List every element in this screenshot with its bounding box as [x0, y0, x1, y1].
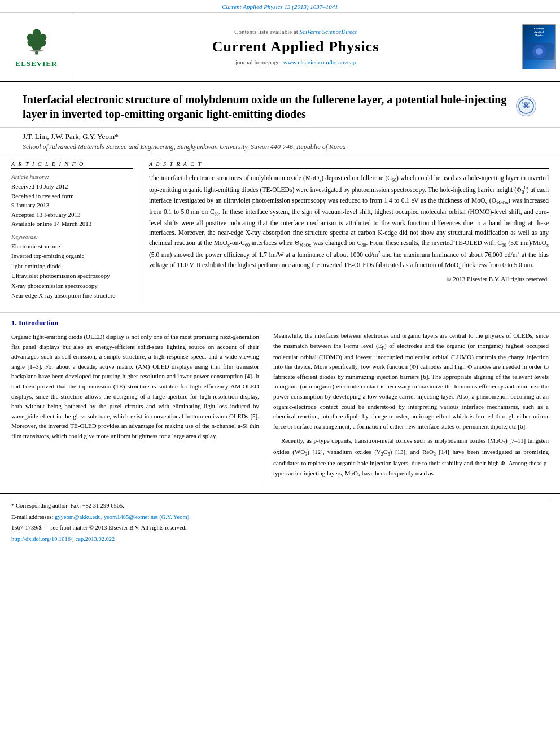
sciverse-line: Contents lists available at SciVerse Sci… — [234, 28, 357, 35]
introduction-heading: 1. Introduction — [11, 318, 259, 327]
keyword-6: Near-edge X-ray absorption fine structur… — [11, 291, 133, 301]
abstract-column: A B S T R A C T The interfacial electron… — [149, 161, 549, 305]
authors-line: J.T. Lim, J.W. Park, G.Y. Yeom* — [23, 132, 537, 141]
affiliation-line: School of Advanced Materials Science and… — [23, 143, 537, 151]
sciverse-link[interactable]: SciVerse ScienceDirect — [300, 28, 357, 35]
journal-cover-area: CurrentAppliedPhysics — [518, 13, 560, 81]
journal-citation-text: Current Applied Physics 13 (2013) 1037–1… — [222, 3, 338, 10]
elsevier-logo: ELSEVIER — [16, 26, 58, 68]
svg-point-11 — [536, 48, 542, 55]
svg-text:Cross: Cross — [522, 101, 531, 104]
article-info-label: A R T I C L E I N F O — [11, 161, 133, 169]
elsevier-tree-icon — [20, 26, 54, 57]
journal-cover-image: CurrentAppliedPhysics — [522, 24, 556, 69]
email-note: E-mail addresses: gyyeom@akku.edu, yeom1… — [11, 513, 549, 522]
keyword-3: light-emitting diode — [11, 261, 133, 272]
received-revised-label: Received in revised form — [11, 191, 133, 201]
copyright-line: © 2013 Elsevier B.V. All rights reserved… — [149, 274, 549, 284]
history-label: Article history: — [11, 173, 133, 180]
body-right-para-2: Recently, as p-type dopants, transition-… — [273, 436, 549, 480]
journal-header: ELSEVIER Contents lists available at Sci… — [0, 13, 560, 82]
doi-link[interactable]: http://dx.doi.org/10.1016/j.cap.2013.02.… — [11, 536, 115, 542]
issn-text: 1567-1739/$ — see front matter © 2013 El… — [11, 525, 186, 531]
abstract-text: The interfacial electronic structures of… — [149, 173, 549, 284]
accepted-date: Accepted 13 February 2013 — [11, 210, 133, 220]
body-left-column: 1. Introduction Organic light-emitting d… — [11, 313, 265, 484]
svg-point-7 — [32, 29, 41, 37]
abstract-label: A B S T R A C T — [149, 161, 549, 169]
body-right-text: Meanwhile, the interfaces between electr… — [273, 331, 549, 480]
cover-graphic — [523, 37, 555, 67]
introduction-body: Organic light-emitting diode (OLED) disp… — [11, 332, 259, 442]
keyword-4: Ultraviolet photoemission spectroscopy — [11, 271, 133, 281]
article-title-section: Interfacial electronic structure of moly… — [0, 82, 560, 128]
article-info-column: A R T I C L E I N F O Article history: R… — [11, 161, 141, 305]
elsevier-brand-text: ELSEVIER — [16, 59, 58, 68]
homepage-url[interactable]: www.elsevier.com/locate/cap — [283, 59, 356, 65]
article-history: Article history: Received 10 July 2012 R… — [11, 173, 133, 229]
article-title: Interfacial electronic structure of moly… — [23, 92, 509, 121]
keyword-2: Inverted top-emitting organic — [11, 251, 133, 261]
journal-title-area: Contents lists available at SciVerse Sci… — [73, 13, 518, 81]
body-section: 1. Introduction Organic light-emitting d… — [0, 312, 560, 493]
keywords-group: Keywords: Electronic structure Inverted … — [11, 233, 133, 302]
crossmark-icon: ✕ Cross Mark — [516, 96, 536, 116]
keywords-list: Electronic structure Inverted top-emitti… — [11, 242, 133, 302]
keyword-1: Electronic structure — [11, 242, 133, 252]
keywords-label: Keywords: — [11, 233, 133, 240]
elsevier-logo-area: ELSEVIER — [0, 13, 73, 81]
journal-title-main: Current Applied Physics — [212, 38, 379, 55]
intro-para-1: Organic light-emitting diode (OLED) disp… — [11, 332, 259, 442]
available-online: Available online 14 March 2013 — [11, 219, 133, 229]
journal-top-citation: Current Applied Physics 13 (2013) 1037–1… — [0, 0, 560, 13]
cover-title: CurrentAppliedPhysics — [534, 27, 544, 37]
corresponding-author-note: * Corresponding author. Fax: +82 31 299 … — [11, 501, 549, 510]
authors-section: J.T. Lim, J.W. Park, G.Y. Yeom* School o… — [0, 128, 560, 154]
keyword-5: X-ray photoemission spectroscopy — [11, 281, 133, 291]
corresponding-label: * Corresponding author. Fax: +82 31 299 … — [11, 503, 124, 509]
crossmark-svg: ✕ Cross Mark — [518, 98, 534, 114]
body-right-column: Meanwhile, the interfaces between electr… — [273, 313, 549, 484]
article-info-abstract-section: A R T I C L E I N F O Article history: R… — [0, 154, 560, 312]
email-label-text: E-mail addresses: — [11, 514, 53, 520]
footer-section: * Corresponding author. Fax: +82 31 299 … — [0, 493, 560, 549]
homepage-line: journal homepage: www.elsevier.com/locat… — [235, 59, 356, 65]
crossmark-badge[interactable]: ✕ Cross Mark — [515, 95, 537, 117]
issn-line: 1567-1739/$ — see front matter © 2013 El… — [11, 523, 549, 532]
svg-text:Mark: Mark — [523, 105, 530, 108]
body-right-para-1: Meanwhile, the interfaces between electr… — [273, 331, 549, 431]
abstract-paragraph: The interfacial electronic structures of… — [149, 173, 549, 271]
revised-date: 9 January 2013 — [11, 200, 133, 210]
doi-line: http://dx.doi.org/10.1016/j.cap.2013.02.… — [11, 535, 549, 544]
received-date: Received 10 July 2012 — [11, 182, 133, 191]
email-addresses[interactable]: gyyeom@akku.edu, yeom1485@komet.net (G.Y… — [55, 514, 191, 520]
